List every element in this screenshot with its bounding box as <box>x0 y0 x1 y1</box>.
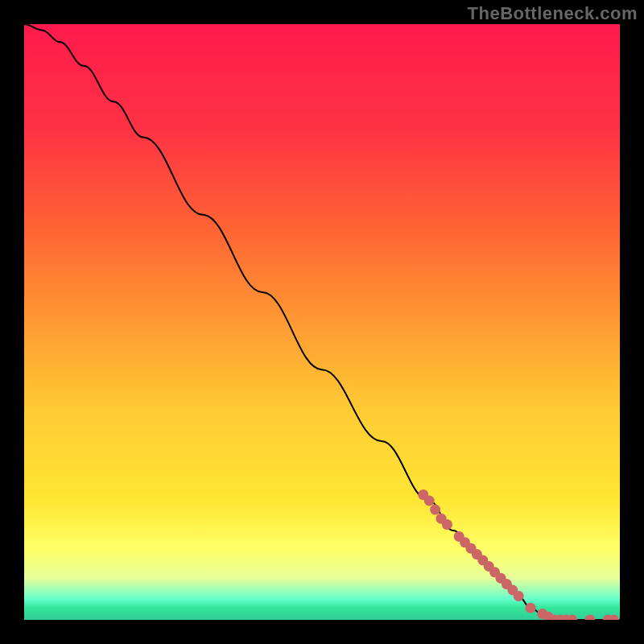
chart-svg <box>24 24 620 620</box>
data-dot <box>514 591 524 601</box>
data-dot <box>526 603 536 613</box>
plot-area <box>24 24 620 620</box>
watermark-text: TheBottleneck.com <box>468 3 638 24</box>
gradient-rect <box>24 24 620 620</box>
data-dot <box>430 505 440 515</box>
data-dot <box>424 496 435 506</box>
chart-frame: TheBottleneck.com <box>0 0 644 644</box>
data-dot <box>442 519 452 530</box>
